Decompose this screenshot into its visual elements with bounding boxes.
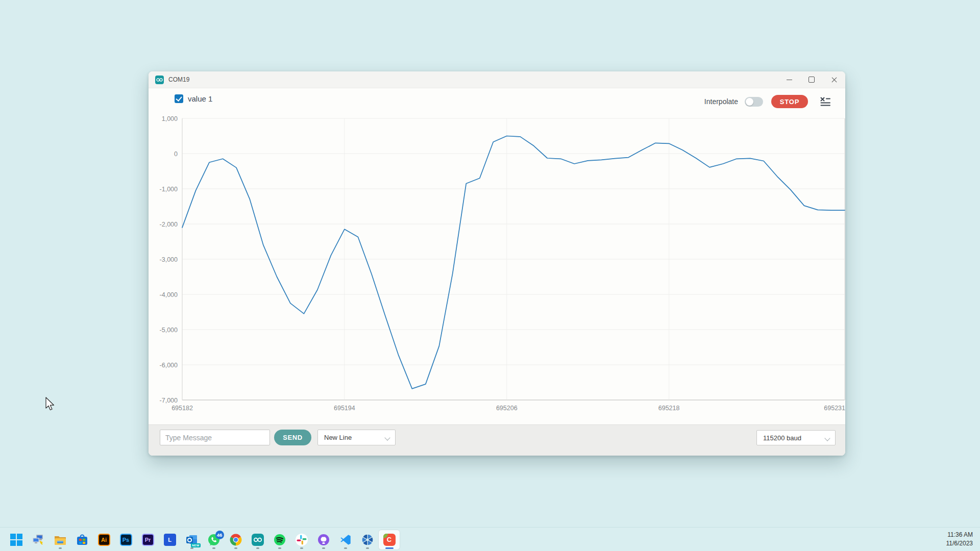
taskbar-icon-adobe-premiere[interactable]: Pr bbox=[137, 530, 159, 550]
svg-text:0: 0 bbox=[174, 151, 178, 158]
arduino-app-icon bbox=[155, 76, 164, 84]
taskbar-clock[interactable]: 11:36 AM 11/6/2023 bbox=[946, 531, 973, 548]
taskbar-icon-file-explorer[interactable] bbox=[49, 530, 71, 550]
svg-text:-6,000: -6,000 bbox=[160, 362, 178, 369]
taskbar-icon-microsoft-store[interactable] bbox=[71, 530, 93, 550]
spotify-icon bbox=[273, 533, 286, 546]
taskbar: AiPsPrLNEW46C 11:36 AM 11/6/2023 bbox=[0, 527, 980, 551]
taskbar-icon-outlook[interactable]: NEW bbox=[181, 530, 203, 550]
taskbar-icon-windows-start[interactable] bbox=[5, 530, 27, 550]
running-indicator bbox=[322, 547, 325, 549]
svg-text:-3,000: -3,000 bbox=[160, 256, 178, 263]
toggle-knob bbox=[746, 98, 753, 106]
message-bar: SEND New Line 115200 baud bbox=[149, 424, 845, 456]
whatsapp-icon: 46 bbox=[207, 533, 220, 546]
send-button[interactable]: SEND bbox=[274, 430, 311, 445]
desktop: COM19 value 1 Interpolate STOP bbox=[0, 0, 980, 551]
clear-output-icon[interactable] bbox=[820, 96, 831, 107]
message-input[interactable] bbox=[160, 430, 270, 445]
svg-text:-7,000: -7,000 bbox=[160, 397, 178, 404]
interpolate-label: Interpolate bbox=[704, 97, 738, 106]
taskbar-icon-whatsapp[interactable]: 46 bbox=[203, 530, 225, 550]
series-legend: value 1 bbox=[175, 94, 212, 103]
stop-button[interactable]: STOP bbox=[771, 95, 808, 108]
slack-icon bbox=[295, 533, 308, 546]
svg-text:695231: 695231 bbox=[824, 405, 845, 412]
svg-text:-4,000: -4,000 bbox=[160, 291, 178, 298]
github-desktop-icon bbox=[317, 533, 330, 546]
baud-rate-select[interactable]: 115200 baud bbox=[756, 430, 836, 445]
new-badge: NEW bbox=[191, 543, 201, 547]
taskbar-icon-chrome[interactable] bbox=[225, 530, 247, 550]
line-ending-select[interactable]: New Line bbox=[317, 430, 396, 445]
running-indicator bbox=[385, 547, 394, 549]
taskbar-icon-adobe-illustrator[interactable]: Ai bbox=[93, 530, 115, 550]
value1-label: value 1 bbox=[188, 94, 212, 103]
taskbar-icon-spotify[interactable] bbox=[268, 530, 290, 550]
titlebar[interactable]: COM19 bbox=[149, 71, 845, 88]
maximize-button[interactable] bbox=[800, 71, 823, 88]
taskbar-icons: AiPsPrLNEW46C bbox=[5, 528, 400, 551]
window-title: COM19 bbox=[168, 76, 189, 83]
running-indicator bbox=[212, 547, 215, 549]
svg-text:-1,000: -1,000 bbox=[160, 186, 178, 193]
clock-date: 11/6/2023 bbox=[946, 539, 973, 548]
taskbar-icon-vs-code[interactable] bbox=[334, 530, 356, 550]
microsoft-store-icon bbox=[76, 533, 89, 546]
svg-text:695206: 695206 bbox=[496, 405, 518, 412]
running-indicator bbox=[366, 547, 369, 549]
interpolate-toggle[interactable] bbox=[745, 97, 763, 107]
camtasia-icon: C bbox=[383, 533, 396, 546]
close-button[interactable] bbox=[823, 71, 845, 88]
taskbar-icon-adobe-photoshop[interactable]: Ps bbox=[115, 530, 137, 550]
file-explorer-icon bbox=[54, 533, 67, 546]
minimize-icon bbox=[787, 80, 792, 80]
vs-code-icon bbox=[339, 533, 352, 546]
running-indicator bbox=[59, 547, 62, 549]
line-ending-value: New Line bbox=[324, 434, 352, 441]
adobe-illustrator-icon: Ai bbox=[97, 533, 111, 546]
l-app-icon: L bbox=[163, 533, 177, 546]
adobe-premiere-icon: Pr bbox=[141, 533, 155, 546]
taskbar-icon-arduino-ide[interactable] bbox=[247, 530, 268, 550]
running-indicator bbox=[278, 547, 281, 549]
outlook-icon: NEW bbox=[185, 533, 199, 546]
minimize-button[interactable] bbox=[778, 71, 800, 88]
chart-plot-area[interactable]: 1,0000-1,000-2,000-3,000-4,000-5,000-6,0… bbox=[149, 115, 845, 421]
taskbar-icon-camtasia[interactable]: C bbox=[378, 530, 400, 550]
chrome-icon bbox=[229, 533, 242, 546]
maximize-icon bbox=[808, 77, 815, 83]
svg-text:-2,000: -2,000 bbox=[160, 221, 178, 228]
chevron-down-icon bbox=[824, 435, 830, 441]
svg-text:-5,000: -5,000 bbox=[160, 327, 178, 334]
remote-desktop-icon bbox=[32, 533, 45, 546]
close-icon bbox=[831, 77, 838, 83]
taskbar-icon-l-app[interactable]: L bbox=[159, 530, 181, 550]
svg-text:695218: 695218 bbox=[658, 405, 680, 412]
value1-checkbox[interactable] bbox=[175, 94, 183, 103]
adobe-photoshop-icon: Ps bbox=[119, 533, 133, 546]
serial-plotter-window: COM19 value 1 Interpolate STOP bbox=[149, 71, 845, 456]
chevron-down-icon bbox=[384, 435, 390, 440]
running-indicator bbox=[234, 547, 237, 549]
svg-text:1,000: 1,000 bbox=[162, 115, 178, 122]
running-indicator bbox=[256, 547, 259, 549]
taskbar-icon-remote-desktop[interactable] bbox=[27, 530, 49, 550]
running-indicator bbox=[190, 547, 193, 549]
taskbar-icon-slack[interactable] bbox=[290, 530, 312, 550]
taskbar-icon-github-desktop[interactable] bbox=[312, 530, 334, 550]
svg-text:695182: 695182 bbox=[172, 405, 193, 412]
arduino-ide-icon bbox=[251, 533, 264, 546]
svg-text:695194: 695194 bbox=[334, 405, 355, 412]
running-indicator bbox=[300, 547, 303, 549]
aperture-app-icon bbox=[361, 533, 374, 546]
notification-badge: 46 bbox=[215, 531, 224, 539]
baud-rate-value: 115200 baud bbox=[763, 434, 801, 442]
mouse-cursor bbox=[45, 397, 56, 412]
windows-start-icon bbox=[10, 534, 22, 546]
clock-time: 11:36 AM bbox=[946, 531, 973, 539]
plotter-toolbar: value 1 Interpolate STOP bbox=[149, 94, 845, 110]
taskbar-icon-aperture-app[interactable] bbox=[356, 530, 378, 550]
running-indicator bbox=[344, 547, 347, 549]
